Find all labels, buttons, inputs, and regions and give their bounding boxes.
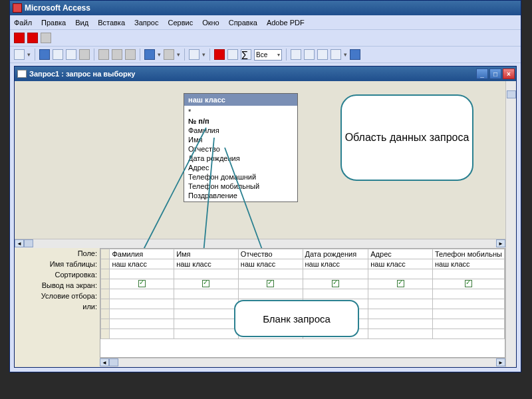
pdf-settings-icon[interactable] [41,33,51,43]
scroll-left-icon[interactable]: ◄ [15,239,24,247]
grid-cell[interactable] [174,289,239,299]
scroll-right-icon[interactable]: ► [496,239,505,247]
grid-cell[interactable] [110,319,174,329]
field-item[interactable]: Поздравление [184,191,297,200]
field-list-box[interactable]: наш класс * № п/п Фамилия Имя Отчество Д… [184,93,298,202]
grid-cell[interactable] [432,309,504,319]
grid-cell[interactable]: Отчество [238,249,303,259]
grid-cell[interactable] [238,289,303,299]
help-icon[interactable] [350,49,360,60]
grid-cell[interactable] [110,299,174,309]
grid-cell[interactable]: Адрес [368,249,433,259]
grid-cell[interactable] [368,319,433,329]
grid-cell[interactable] [368,289,433,299]
hscrollbar[interactable]: ◄ ► [15,239,505,248]
grid-cell[interactable] [303,269,368,279]
grid-cell[interactable] [432,269,504,279]
grid-cell[interactable] [432,289,504,299]
preview-icon[interactable] [66,49,76,60]
menu-help[interactable]: Справка [229,19,257,27]
field-item[interactable]: Имя [184,135,297,144]
menu-edit[interactable]: Правка [41,19,66,27]
grid-cell[interactable] [110,329,174,339]
field-item[interactable]: № п/п [184,116,297,126]
redo-icon[interactable] [164,49,174,60]
totals-icon[interactable]: Σ [241,49,251,60]
grid-cell[interactable] [110,279,174,289]
grid-cell[interactable] [432,279,504,289]
top-values-combo[interactable]: Все [254,49,282,61]
menu-window[interactable]: Окно [202,19,219,27]
maximize-button[interactable]: □ [489,68,501,79]
grid-cell[interactable] [368,269,433,279]
print-icon[interactable] [53,49,63,60]
menu-insert[interactable]: Вставка [98,19,125,27]
scroll-left-icon[interactable]: ◄ [100,358,109,366]
grid-cell[interactable] [432,319,504,329]
properties-icon[interactable] [291,49,301,60]
grid-cell[interactable] [303,279,368,289]
paste-icon[interactable] [125,49,136,60]
field-item[interactable]: Дата рождения [184,154,297,163]
vscrollbar[interactable] [505,81,516,248]
grid-cell[interactable] [174,299,239,309]
view-icon[interactable] [14,49,25,60]
grid-cell[interactable] [110,269,174,279]
grid-cell[interactable] [238,269,303,279]
grid-cell[interactable] [238,279,303,289]
save-icon[interactable] [39,49,50,60]
grid-cell[interactable] [110,309,174,319]
query-data-area[interactable]: наш класс * № п/п Фамилия Имя Отчество Д… [15,81,516,248]
grid-cell[interactable] [174,309,239,319]
grid-cell[interactable]: Дата рождения [303,249,368,259]
menu-file[interactable]: Файл [14,19,32,27]
spell-icon[interactable] [79,49,90,60]
pdf-icon[interactable] [14,33,25,43]
grid-vscrollbar[interactable] [505,248,516,367]
grid-cell[interactable]: Имя [174,249,239,259]
close-button[interactable]: × [503,68,515,79]
grid-cell[interactable] [303,289,368,299]
new-object-icon[interactable] [331,49,341,60]
grid-cell[interactable]: наш класс [110,259,174,269]
grid-cell[interactable] [368,329,433,339]
grid-cell[interactable] [368,279,433,289]
menu-view[interactable]: Вид [75,19,88,27]
run-icon[interactable] [214,49,225,60]
pdf-mail-icon[interactable] [27,33,38,43]
build-icon[interactable] [304,49,315,60]
grid-cell[interactable] [174,329,239,339]
grid-cell[interactable]: наш класс [238,259,303,269]
grid-cell[interactable]: наш класс [303,259,368,269]
grid-cell[interactable] [368,299,433,309]
field-item[interactable]: Телефон домашний [184,172,297,182]
grid-cell[interactable]: Фамилия [110,249,174,259]
copy-icon[interactable] [112,49,122,60]
grid-cell[interactable] [110,289,174,299]
menu-query[interactable]: Запрос [134,19,158,27]
grid-cell[interactable]: наш класс [368,259,433,269]
grid-hscrollbar[interactable]: ◄ ► [100,358,505,367]
grid-cell[interactable] [174,279,239,289]
grid-cell[interactable]: наш класс [432,259,504,269]
menu-adobe-pdf[interactable]: Adobe PDF [267,19,305,27]
field-item[interactable]: Фамилия [184,126,297,135]
grid-cell[interactable] [174,269,239,279]
scroll-right-icon[interactable]: ► [496,358,505,366]
db-window-icon[interactable] [317,49,328,60]
querytype-icon[interactable] [189,49,200,60]
grid-cell[interactable] [368,309,433,319]
menu-service[interactable]: Сервис [168,19,193,27]
grid-cell[interactable] [174,319,239,329]
grid-cell[interactable]: наш класс [174,259,239,269]
field-item[interactable]: Адрес [184,163,297,172]
grid-cell[interactable] [432,329,504,339]
minimize-button[interactable]: _ [476,68,488,79]
grid-cell[interactable]: Телефон мобильны [432,249,504,259]
show-table-icon[interactable] [227,49,238,60]
field-item[interactable]: * [184,107,297,116]
grid-cell[interactable] [432,299,504,309]
field-item[interactable]: Телефон мобильный [184,182,297,191]
field-item[interactable]: Отчество [184,144,297,154]
cut-icon[interactable] [98,49,109,60]
